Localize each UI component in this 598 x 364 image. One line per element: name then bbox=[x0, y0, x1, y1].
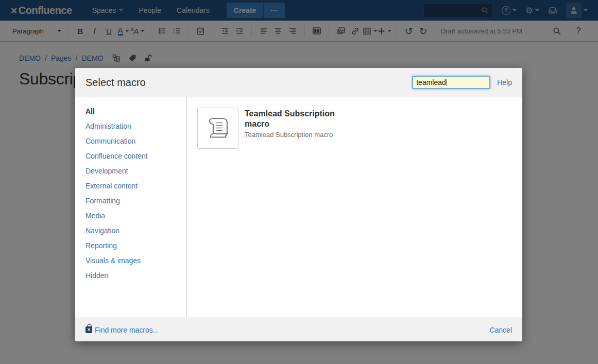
macro-category-item[interactable]: Administration bbox=[75, 119, 186, 134]
macro-category-item[interactable]: Development bbox=[75, 164, 186, 179]
macro-category-item[interactable]: Communication bbox=[75, 134, 186, 149]
cancel-button[interactable]: Cancel bbox=[489, 326, 512, 334]
macro-result-description: Teamlead Subscription macro bbox=[245, 131, 343, 138]
macro-category-item[interactable]: Reporting bbox=[75, 238, 186, 253]
dialog-header: Select macro teamlead Help bbox=[75, 68, 522, 97]
text-cursor bbox=[447, 79, 447, 86]
macro-category-item[interactable]: Confluence content bbox=[75, 149, 186, 164]
macro-category-item[interactable]: Navigation bbox=[75, 223, 186, 238]
dialog-footer: ✕ Find more macros... Cancel bbox=[75, 318, 522, 341]
macro-icon-frame bbox=[197, 108, 238, 149]
macro-category-item[interactable]: External content bbox=[75, 179, 186, 194]
scroll-icon bbox=[206, 115, 230, 141]
macro-search-input[interactable]: teamlead bbox=[412, 76, 490, 89]
macro-category-item[interactable]: Visuals & images bbox=[75, 253, 186, 268]
macro-category-item[interactable]: Hidden bbox=[75, 268, 186, 283]
select-macro-dialog: Select macro teamlead Help All Administr… bbox=[75, 68, 522, 341]
help-link[interactable]: Help bbox=[497, 78, 512, 86]
macro-result-title: Teamlead Subscription macro bbox=[245, 109, 343, 129]
macro-results: Teamlead Subscription macro Teamlead Sub… bbox=[187, 97, 522, 318]
macro-category-list: All Administration Communication Conflue… bbox=[75, 97, 187, 318]
macro-category-item[interactable]: All bbox=[75, 104, 186, 119]
marketplace-icon: ✕ bbox=[86, 326, 92, 333]
dialog-body: All Administration Communication Conflue… bbox=[75, 97, 522, 318]
find-more-macros-link[interactable]: ✕ Find more macros... bbox=[86, 326, 159, 334]
macro-category-item[interactable]: Media bbox=[75, 209, 186, 223]
macro-result-item[interactable]: Teamlead Subscription macro Teamlead Sub… bbox=[197, 108, 512, 149]
macro-category-item[interactable]: Formatting bbox=[75, 194, 186, 209]
dialog-title: Select macro bbox=[86, 77, 146, 89]
